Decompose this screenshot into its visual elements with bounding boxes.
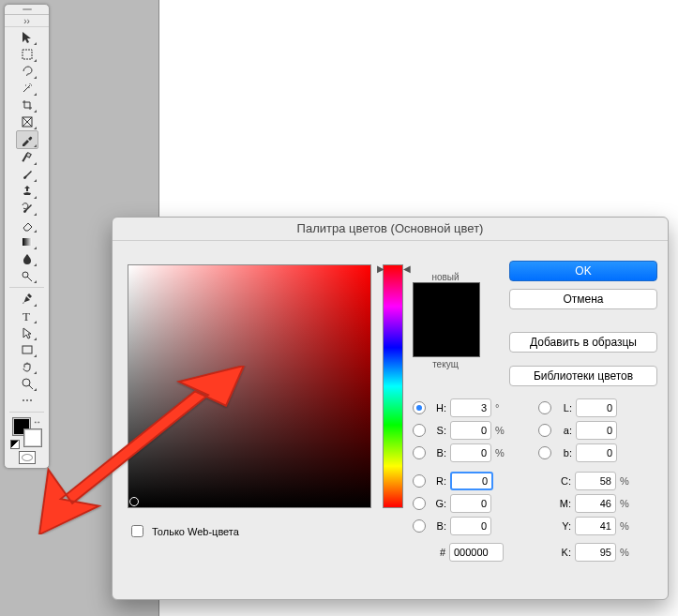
lab-l-label: L:	[555, 402, 572, 413]
tool-zoom[interactable]	[17, 375, 38, 392]
add-to-swatches-button[interactable]: Добавить в образцы	[509, 332, 657, 353]
svg-rect-0	[23, 50, 32, 59]
svg-line-8	[27, 277, 32, 281]
tool-gradient[interactable]	[17, 233, 38, 250]
blue-radio[interactable]	[413, 519, 426, 533]
tool-eyedropper[interactable]	[16, 130, 38, 149]
red-radio[interactable]	[413, 474, 426, 488]
tool-eraser[interactable]	[17, 217, 38, 233]
black-input[interactable]: 95	[575, 543, 616, 562]
black-label: K:	[554, 547, 571, 558]
hue-input[interactable]: 3	[450, 398, 491, 417]
svg-rect-6	[23, 238, 32, 246]
saturation-brightness-field[interactable]	[128, 264, 371, 508]
tool-dodge[interactable]	[17, 267, 38, 284]
tool-history-brush[interactable]	[17, 200, 38, 217]
hue-label: H:	[429, 402, 446, 413]
bri-input[interactable]: 0	[450, 443, 491, 462]
svg-point-14	[26, 399, 28, 401]
color-picker-cursor[interactable]	[129, 497, 139, 506]
svg-point-13	[23, 399, 24, 401]
quickmask-toggle[interactable]	[7, 449, 47, 466]
svg-line-12	[29, 385, 33, 389]
tool-hand[interactable]	[17, 358, 38, 375]
yellow-label: Y:	[554, 520, 571, 532]
tool-blur[interactable]	[17, 250, 38, 267]
green-input[interactable]: 0	[450, 494, 491, 513]
tool-brush[interactable]	[17, 166, 38, 183]
sat-unit: %	[495, 425, 510, 436]
new-color-swatch[interactable]	[414, 283, 479, 320]
color-preview: новый текущ	[413, 272, 478, 369]
color-libraries-button[interactable]: Библиотеки цветов	[509, 366, 657, 386]
lab-a-label: a:	[555, 425, 572, 436]
lab-b-radio[interactable]	[538, 446, 551, 459]
lab-a-input[interactable]: 0	[576, 421, 617, 440]
swap-colors-icon[interactable]: ↔	[33, 417, 41, 427]
lab-l-input[interactable]: 0	[576, 398, 617, 417]
bri-unit: %	[495, 447, 510, 458]
tool-edit-toolbar[interactable]	[17, 392, 38, 409]
tool-magic-wand[interactable]	[17, 80, 38, 97]
panel-expand-toggle[interactable]: ››	[5, 15, 49, 27]
hue-slider[interactable]	[383, 264, 403, 508]
tool-crop[interactable]	[17, 97, 38, 113]
hue-radio[interactable]	[413, 401, 426, 414]
dialog-title[interactable]: Палитра цветов (Основной цвет)	[113, 218, 668, 241]
color-swatches: ↔	[7, 415, 47, 449]
green-label: G:	[429, 498, 446, 509]
tool-frame[interactable]	[17, 113, 38, 130]
black-unit: %	[620, 547, 635, 558]
sat-label: S:	[429, 425, 446, 436]
hue-slider-thumb-right[interactable]: ◀	[403, 263, 411, 274]
default-colors-icon[interactable]	[10, 440, 20, 449]
panel-grip[interactable]	[5, 5, 49, 15]
color-value-fields: H: 3 ° L: 0 S: 0 % a: 0	[413, 397, 655, 563]
color-picker-dialog: Палитра цветов (Основной цвет) ▶ ◀ новый…	[112, 217, 669, 600]
background-swatch[interactable]	[23, 428, 42, 447]
red-input[interactable]: 0	[450, 472, 493, 490]
blue-input[interactable]: 0	[450, 517, 491, 535]
cyan-unit: %	[620, 475, 635, 487]
magenta-input[interactable]: 46	[575, 494, 616, 513]
sat-input[interactable]: 0	[450, 421, 491, 440]
green-radio[interactable]	[413, 497, 426, 510]
tool-path-select[interactable]	[17, 324, 38, 341]
hue-slider-thumb-left[interactable]: ▶	[377, 263, 384, 274]
svg-text:T: T	[23, 309, 30, 323]
tool-pen[interactable]	[17, 291, 38, 308]
lab-b-label: b:	[555, 447, 572, 458]
current-color-swatch[interactable]	[414, 320, 479, 356]
red-label: R:	[429, 475, 446, 487]
tool-lasso[interactable]	[17, 63, 38, 80]
yellow-input[interactable]: 41	[575, 517, 616, 535]
svg-rect-10	[23, 346, 32, 353]
tool-spot-heal[interactable]	[17, 149, 38, 166]
lab-b-input[interactable]: 0	[576, 443, 617, 462]
tool-marquee[interactable]	[17, 46, 38, 63]
tools-panel: ›› T ↔	[4, 4, 50, 469]
ok-button[interactable]: OK	[509, 261, 657, 281]
tool-rectangle[interactable]	[17, 341, 38, 358]
tool-type[interactable]: T	[17, 308, 38, 324]
new-color-label: новый	[413, 272, 478, 282]
cyan-input[interactable]: 58	[575, 472, 616, 490]
web-colors-only-label: Только Web-цвета	[152, 526, 239, 537]
web-colors-only-input[interactable]	[131, 525, 143, 537]
cyan-label: C:	[554, 475, 571, 487]
sat-radio[interactable]	[413, 424, 426, 437]
lab-l-radio[interactable]	[538, 401, 551, 414]
cancel-button[interactable]: Отмена	[509, 289, 657, 309]
current-color-label: текущ	[413, 359, 478, 369]
blue-label: B:	[429, 520, 446, 532]
magenta-unit: %	[620, 498, 635, 509]
tool-clone-stamp[interactable]	[17, 183, 38, 200]
hex-input[interactable]: 000000	[449, 543, 504, 562]
svg-point-11	[23, 379, 30, 386]
svg-point-15	[30, 399, 32, 401]
bri-radio[interactable]	[413, 446, 426, 459]
bri-label: B:	[429, 447, 446, 458]
lab-a-radio[interactable]	[538, 424, 551, 437]
tool-move[interactable]	[17, 29, 38, 46]
web-colors-only-checkbox[interactable]: Только Web-цвета	[128, 522, 239, 540]
